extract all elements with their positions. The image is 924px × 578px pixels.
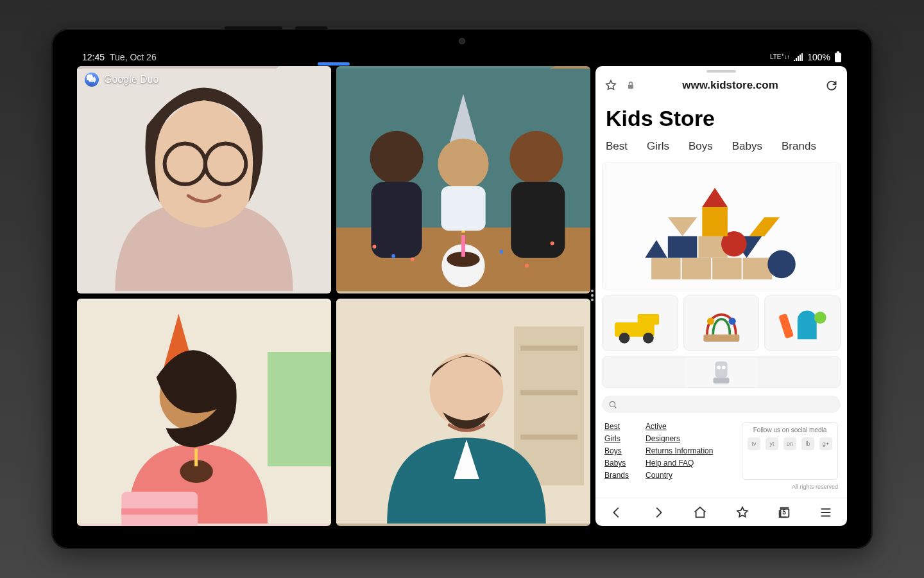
- footer-link[interactable]: Designers: [646, 434, 713, 443]
- svg-rect-46: [668, 236, 697, 258]
- search-input[interactable]: [622, 399, 834, 409]
- video-tile[interactable]: [336, 66, 590, 293]
- svg-point-58: [619, 333, 630, 344]
- home-icon[interactable]: [692, 504, 708, 521]
- footer-link[interactable]: Babys: [604, 459, 629, 468]
- svg-point-18: [372, 245, 376, 249]
- network-type-icon: LTE+↓↑: [770, 54, 789, 60]
- svg-rect-68: [715, 362, 727, 378]
- video-tile[interactable]: [336, 299, 590, 526]
- footer-link[interactable]: Boys: [604, 446, 629, 455]
- footer-link[interactable]: Best: [604, 422, 629, 431]
- svg-rect-25: [268, 352, 331, 466]
- app-brand: Google Duo: [85, 73, 158, 87]
- tab-girls[interactable]: Girls: [647, 140, 669, 153]
- svg-rect-34: [520, 346, 578, 351]
- social-icon[interactable]: on: [783, 437, 796, 450]
- google-duo-icon: [85, 73, 99, 87]
- tab-boys[interactable]: Boys: [689, 140, 713, 153]
- svg-point-62: [707, 318, 714, 325]
- svg-point-59: [643, 333, 654, 344]
- svg-rect-15: [371, 182, 422, 258]
- person-illustration: [77, 66, 331, 293]
- lock-icon: [626, 80, 635, 91]
- svg-rect-35: [520, 390, 578, 395]
- person-illustration: [336, 299, 590, 526]
- back-icon[interactable]: [608, 504, 625, 521]
- hw-button: [225, 26, 282, 30]
- footer-link[interactable]: Help and FAQ: [646, 459, 713, 468]
- reload-icon[interactable]: [825, 79, 838, 92]
- svg-point-70: [722, 365, 726, 369]
- tab-best[interactable]: Best: [606, 140, 628, 153]
- svg-rect-42: [682, 258, 712, 280]
- tablet-frame: 12:45 Tue, Oct 26 LTE+↓↑ 100%: [51, 29, 873, 549]
- split-top-handle[interactable]: [318, 62, 350, 66]
- hw-button: [295, 26, 327, 30]
- category-tabs: Best Girls Boys Babys Brands: [595, 136, 847, 159]
- svg-point-69: [717, 365, 721, 369]
- svg-rect-60: [685, 296, 757, 350]
- svg-point-63: [728, 318, 735, 325]
- menu-icon[interactable]: [817, 504, 834, 521]
- svg-point-19: [551, 241, 554, 245]
- footer-link[interactable]: Active: [646, 422, 713, 431]
- browser-pane: www.kidstore.com Kids Store Best Girls B…: [595, 66, 847, 526]
- svg-point-38: [430, 353, 504, 427]
- social-heading: Follow us on social media: [748, 426, 832, 434]
- svg-rect-44: [743, 258, 773, 280]
- search-icon: [608, 400, 617, 409]
- hero-product-image[interactable]: [602, 162, 841, 290]
- svg-rect-13: [441, 186, 485, 231]
- svg-point-14: [370, 131, 423, 184]
- forward-icon[interactable]: [650, 504, 667, 521]
- split-side-handle[interactable]: [590, 288, 594, 304]
- footer-link[interactable]: Country: [646, 471, 713, 480]
- svg-rect-17: [511, 182, 565, 258]
- bookmarks-icon[interactable]: [734, 504, 751, 521]
- browser-nav-bar: 5: [595, 498, 847, 526]
- footer-link[interactable]: Returns Information: [646, 446, 713, 455]
- footer-link[interactable]: Girls: [604, 434, 629, 443]
- product-thumb[interactable]: [602, 295, 678, 351]
- social-box: Follow us on social media tv yt on lb g+: [742, 422, 838, 480]
- svg-rect-0: [837, 51, 839, 53]
- site-search[interactable]: [602, 396, 841, 413]
- tab-babys[interactable]: Babys: [732, 140, 762, 153]
- rights-text: All rights reserved: [595, 482, 847, 493]
- svg-rect-36: [520, 435, 578, 440]
- footer-link[interactable]: Brands: [604, 471, 629, 480]
- tab-brands[interactable]: Brands: [782, 140, 816, 153]
- battery-icon: [834, 51, 842, 63]
- battery-text: 100%: [807, 52, 830, 62]
- url-text[interactable]: www.kidstore.com: [644, 79, 816, 92]
- status-bar[interactable]: 12:45 Tue, Oct 26 LTE+↓↑ 100%: [73, 48, 851, 66]
- tabs-icon[interactable]: 5: [776, 504, 792, 521]
- product-thumb[interactable]: [764, 295, 841, 351]
- svg-point-16: [509, 131, 563, 184]
- svg-line-73: [614, 406, 616, 408]
- bookmark-icon[interactable]: [604, 79, 617, 92]
- video-tile[interactable]: Google Duo: [77, 66, 331, 293]
- product-thumb-wide[interactable]: [602, 356, 841, 388]
- video-tile[interactable]: [77, 299, 331, 526]
- svg-rect-43: [712, 258, 742, 280]
- social-icon[interactable]: tv: [748, 437, 760, 450]
- svg-rect-1: [835, 53, 841, 62]
- app-name-label: Google Duo: [104, 74, 158, 85]
- svg-rect-39: [628, 85, 633, 89]
- svg-rect-31: [121, 508, 198, 514]
- svg-point-23: [499, 250, 503, 254]
- svg-rect-29: [194, 448, 198, 466]
- tabs-count: 5: [782, 509, 786, 516]
- product-thumb[interactable]: [683, 295, 760, 351]
- social-icon[interactable]: g+: [819, 437, 832, 450]
- svg-rect-61: [703, 335, 739, 342]
- screen: 12:45 Tue, Oct 26 LTE+↓↑ 100%: [73, 48, 851, 530]
- social-icon[interactable]: yt: [766, 437, 778, 450]
- person-illustration: [336, 66, 590, 293]
- svg-point-72: [610, 401, 615, 407]
- social-icon[interactable]: lb: [801, 437, 814, 450]
- svg-point-45: [767, 250, 796, 279]
- page-title: Kids Store: [595, 96, 847, 136]
